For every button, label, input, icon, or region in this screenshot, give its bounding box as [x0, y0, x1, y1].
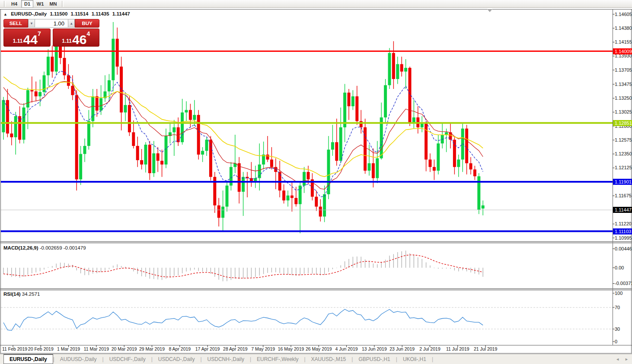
ohlc-high: 1.11514: [71, 11, 89, 16]
volume-decrease-button[interactable]: ▼: [28, 19, 35, 28]
price-axis-label: 1.12125: [615, 165, 632, 171]
price-level-badge: 1.11447: [613, 207, 632, 213]
tab-scroll-left-icon[interactable]: ◄: [616, 357, 619, 361]
chart-tab-eurusd[interactable]: EURUSD-,Daily: [3, 354, 53, 364]
macd-signal-value: -0.001479: [64, 245, 86, 250]
timeframe-d1-button[interactable]: D1: [21, 0, 33, 8]
volume-increase-button[interactable]: ▲: [68, 19, 75, 28]
buy-price-prefix: 1.11: [62, 38, 72, 44]
buy-price-button[interactable]: 1.11 46 4: [53, 28, 100, 47]
chart-symbol-label: EURUSD-,Daily: [11, 11, 47, 16]
chart-tab-xauusd[interactable]: XAUUSD-,M15: [306, 354, 352, 364]
chart-tab-usdcnh[interactable]: USDCNH-,Daily: [202, 354, 250, 364]
tab-scroll-right-icon[interactable]: ►: [625, 357, 629, 361]
date-axis-label: 20 Mar 2019: [112, 346, 137, 351]
price-axis-label: 1.13025: [615, 109, 632, 115]
date-axis-label: 26 May 2019: [306, 346, 332, 351]
rsi-axis-label: 0: [615, 339, 617, 345]
tab-scroll-controls: ◄ ►: [616, 354, 629, 364]
price-level-badge: 1.12851: [613, 120, 632, 126]
date-axis-label: 2 Jul 2019: [419, 346, 440, 351]
price-axis-label: 1.11675: [615, 193, 632, 199]
sell-button[interactable]: SELL: [3, 19, 28, 28]
date-axis-label: 13 Jun 2019: [362, 346, 387, 351]
buy-price-big: 46: [72, 34, 86, 45]
rsi-axis-label: 100: [615, 291, 622, 296]
chart-tab-gbpusd[interactable]: GBPUSD-,H1: [353, 354, 396, 364]
collapse-trade-panel-icon[interactable]: ▲: [3, 12, 7, 16]
sell-price-sup: 7: [38, 30, 41, 37]
volume-input[interactable]: 1.00: [35, 19, 68, 28]
price-axis-label: 1.12350: [615, 151, 632, 157]
date-axis-label: 1 Mar 2019: [57, 346, 80, 351]
one-click-trade-panel: SELL ▼ 1.00 ▲ BUY 1.11 44 7 1.11 46 4: [3, 19, 99, 47]
date-axis-label: 29 Mar 2019: [139, 346, 165, 351]
date-axis-label: 11 Jul 2019: [446, 346, 469, 351]
timeframe-buttons: H4D1W1MN: [8, 0, 60, 8]
price-axis-label: 1.13705: [615, 67, 632, 73]
date-axis-label: 8 Apr 2019: [169, 346, 191, 351]
price-level-badge: 1.14009: [613, 48, 632, 54]
sell-price-prefix: 1.11: [13, 38, 23, 44]
price-level-badge: 1.11103: [613, 228, 632, 234]
sell-price-big: 44: [23, 34, 38, 45]
chart-shift-end-marker-icon: [487, 9, 492, 12]
date-axis-label: 17 Apr 2019: [195, 346, 220, 351]
chart-tab-usdchf[interactable]: USDCHF-,Daily: [104, 354, 151, 364]
tab-separator: |: [432, 354, 433, 364]
toolbar-separator: [62, 1, 64, 7]
date-axis-label: 7 May 2019: [251, 346, 275, 351]
sell-price-button[interactable]: 1.11 44 7: [3, 28, 51, 47]
date-axis-label: 21 Jul 2019: [474, 346, 497, 351]
chart-tabs: EURUSD-,Daily|AUDUSD-,Daily|USDCHF-,Dail…: [0, 354, 433, 364]
chart-tab-ukoil[interactable]: UKOil-,H1: [397, 354, 432, 364]
chart-title: ▲ EURUSD-,Daily 1.11500 1.11514 1.11435 …: [3, 11, 132, 16]
chart-tab-bar: EURUSD-,Daily|AUDUSD-,Daily|USDCHF-,Dail…: [0, 354, 632, 364]
price-axis-label: 1.10995: [615, 235, 632, 241]
price-axis-label: 1.11220: [615, 221, 632, 227]
macd-label: MACD(12,26,9) -0.002659 -0.001479: [3, 245, 86, 250]
timeframe-mn-button[interactable]: MN: [47, 0, 59, 8]
date-axis-label: 20 Feb 2019: [28, 346, 54, 351]
macd-name: MACD(12,26,9): [3, 245, 38, 250]
trading-terminal-window: H4D1W1MN ▲ EURUSD-,Daily 1.11500 1.11514…: [0, 0, 632, 364]
rsi-label: RSI(14) 34.2571: [3, 291, 40, 297]
rsi-axis-label: 70: [615, 305, 620, 310]
ohlc-close: 1.11447: [112, 11, 130, 16]
chart-plot-area[interactable]: [0, 0, 632, 364]
chart-tab-usdcad[interactable]: USDCAD-,Daily: [153, 354, 201, 364]
date-axis-label: 11 Mar 2019: [84, 346, 109, 351]
price-axis-label: 1.13250: [615, 95, 632, 101]
macd-value: -0.002659: [40, 245, 62, 250]
rsi-name: RSI(14): [3, 291, 21, 297]
timeframe-h4-button[interactable]: H4: [8, 0, 20, 8]
date-axis-label: 4 Jun 2019: [335, 346, 358, 351]
date-axis-label: 23 Jun 2019: [389, 346, 415, 351]
macd-axis-label: -0.003715: [615, 281, 632, 286]
price-axis-label: 1.14155: [615, 39, 632, 45]
macd-axis-label: 0.004465: [615, 246, 632, 252]
rsi-value: 34.2571: [22, 291, 40, 297]
price-level-badge: 1.11901: [613, 179, 632, 185]
ohlc-open: 1.11500: [50, 11, 67, 16]
price-axis-label: 1.14380: [615, 25, 632, 31]
date-axis-label: 11 Feb 2019: [2, 346, 27, 351]
toolbar-separator: [4, 1, 6, 7]
price-axis-label: 1.12575: [615, 137, 632, 143]
timeframe-toolbar: H4D1W1MN: [0, 0, 632, 8]
chart-tab-audusd[interactable]: AUDUSD-,Daily: [54, 354, 102, 364]
buy-button[interactable]: BUY: [75, 19, 99, 28]
macd-axis-label: 0.00: [615, 265, 624, 271]
date-axis-label: 28 Apr 2019: [223, 346, 248, 351]
buy-price-sup: 4: [86, 30, 90, 37]
rsi-axis-label: 30: [615, 326, 620, 332]
price-axis-label: 1.13475: [615, 82, 632, 87]
price-axis-label: 1.14605: [615, 12, 632, 17]
ohlc-low: 1.11435: [92, 11, 109, 16]
timeframe-w1-button[interactable]: W1: [34, 0, 46, 8]
chart-tab-eurchf[interactable]: EURCHF-,Weekly: [251, 354, 304, 364]
date-axis-label: 16 May 2019: [278, 346, 304, 351]
